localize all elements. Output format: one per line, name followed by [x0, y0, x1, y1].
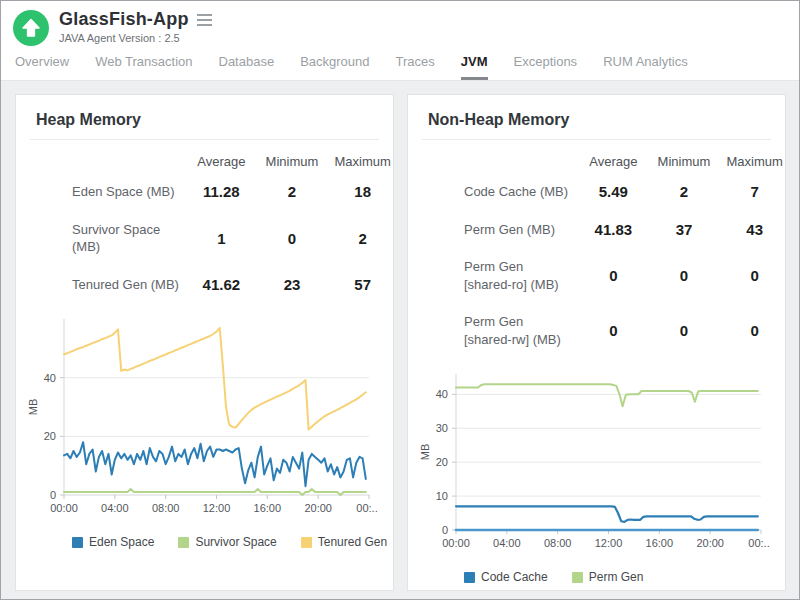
svg-text:08:00: 08:00	[152, 502, 180, 514]
legend-label: Code Cache	[481, 570, 548, 584]
max-value: 7	[719, 173, 785, 211]
row-label: Code Cache (MB)	[428, 173, 578, 211]
nonheap-memory-chart[interactable]: 010203040MB00:0004:0008:0012:0016:0020:0…	[418, 366, 785, 560]
legend-label: Tenured Gen	[318, 535, 387, 549]
max-value: 0	[719, 248, 785, 303]
heap-memory-panel: Heap Memory Average Minimum Maximum Eden…	[15, 94, 394, 591]
min-value: 37	[649, 211, 720, 249]
heap-stats-table: Average Minimum Maximum Eden Space (MB) …	[16, 146, 393, 303]
row-label: Perm Gen [shared-ro] (MB)	[428, 248, 578, 303]
legend-swatch	[464, 572, 475, 583]
table-row: Code Cache (MB) 5.49 2 7	[428, 173, 785, 211]
svg-text:08:00: 08:00	[544, 537, 572, 549]
row-label: Perm Gen (MB)	[428, 211, 578, 249]
col-minimum: Minimum	[257, 146, 328, 173]
row-label: Perm Gen [shared-rw] (MB)	[428, 303, 578, 358]
avg-value: 1	[186, 211, 257, 266]
heap-chart-legend: Eden SpaceSurvivor SpaceTenured Gen	[72, 535, 393, 549]
svg-text:12:00: 12:00	[203, 502, 231, 514]
row-label: Eden Space (MB)	[36, 173, 186, 211]
svg-text:40: 40	[436, 389, 448, 401]
legend-item-eden-space[interactable]: Eden Space	[72, 535, 154, 549]
tab-overview[interactable]: Overview	[15, 48, 69, 80]
tab-database[interactable]: Database	[219, 48, 275, 80]
max-value: 43	[719, 211, 785, 249]
svg-text:30: 30	[436, 423, 448, 435]
avg-value: 0	[578, 248, 649, 303]
svg-text:20: 20	[436, 456, 448, 468]
table-row: Perm Gen [shared-ro] (MB) 0 0 0	[428, 248, 785, 303]
col-average: Average	[578, 146, 649, 173]
svg-text:00:..: 00:..	[356, 502, 377, 514]
svg-text:MB: MB	[419, 444, 431, 461]
svg-text:00:00: 00:00	[50, 502, 78, 514]
table-row: Perm Gen (MB) 41.83 37 43	[428, 211, 785, 249]
svg-text:12:00: 12:00	[595, 537, 623, 549]
svg-text:20:00: 20:00	[304, 502, 332, 514]
tab-bar: OverviewWeb TransactionDatabaseBackgroun…	[1, 48, 799, 81]
avg-value: 11.28	[186, 173, 257, 211]
svg-text:0: 0	[442, 524, 448, 536]
col-average: Average	[186, 146, 257, 173]
min-value: 23	[257, 266, 328, 304]
legend-label: Perm Gen	[589, 570, 644, 584]
svg-text:00:00: 00:00	[442, 537, 470, 549]
legend-swatch	[301, 537, 312, 548]
max-value: 18	[327, 173, 393, 211]
table-row: Tenured Gen (MB) 41.62 23 57	[36, 266, 393, 304]
content-area: Heap Memory Average Minimum Maximum Eden…	[1, 81, 799, 600]
legend-item-survivor-space[interactable]: Survivor Space	[178, 535, 276, 549]
max-value: 0	[719, 303, 785, 358]
nonheap-chart-legend: Code CachePerm GenPerm Gen [shared-ro]Pe…	[464, 570, 785, 591]
avg-value: 5.49	[578, 173, 649, 211]
divider	[30, 139, 379, 140]
tab-background[interactable]: Background	[300, 48, 369, 80]
table-row: Perm Gen [shared-rw] (MB) 0 0 0	[428, 303, 785, 358]
legend-item-code-cache[interactable]: Code Cache	[464, 570, 548, 584]
heap-memory-chart[interactable]: 02040MB00:0004:0008:0012:0016:0020:0000:…	[26, 311, 393, 525]
app-logo	[13, 10, 49, 46]
svg-text:40: 40	[44, 372, 56, 384]
legend-item-tenured-gen[interactable]: Tenured Gen	[301, 535, 387, 549]
nonheap-stats-table: Average Minimum Maximum Code Cache (MB) …	[408, 146, 785, 358]
svg-text:16:00: 16:00	[646, 537, 674, 549]
svg-text:20: 20	[44, 431, 56, 443]
avg-value: 41.83	[578, 211, 649, 249]
heap-panel-title: Heap Memory	[16, 111, 393, 139]
tab-exceptions[interactable]: Exceptions	[514, 48, 578, 80]
legend-swatch	[572, 572, 583, 583]
col-minimum: Minimum	[649, 146, 720, 173]
row-label: Tenured Gen (MB)	[36, 266, 186, 304]
divider	[422, 139, 771, 140]
legend-swatch	[72, 537, 83, 548]
svg-text:04:00: 04:00	[493, 537, 521, 549]
avg-value: 0	[578, 303, 649, 358]
tab-rum-analytics[interactable]: RUM Analytics	[603, 48, 688, 80]
min-value: 2	[257, 173, 328, 211]
col-maximum: Maximum	[719, 146, 785, 173]
legend-swatch	[178, 537, 189, 548]
avg-value: 41.62	[186, 266, 257, 304]
legend-label: Survivor Space	[195, 535, 276, 549]
svg-text:00:..: 00:..	[748, 537, 769, 549]
agent-version: JAVA Agent Version : 2.5	[59, 32, 214, 44]
nonheap-panel-title: Non-Heap Memory	[408, 111, 785, 139]
nonheap-memory-panel: Non-Heap Memory Average Minimum Maximum …	[407, 94, 786, 591]
svg-text:16:00: 16:00	[254, 502, 282, 514]
min-value: 0	[649, 248, 720, 303]
svg-text:MB: MB	[27, 399, 39, 416]
svg-text:04:00: 04:00	[101, 502, 129, 514]
row-label: Survivor Space (MB)	[36, 211, 186, 266]
legend-item-perm-gen[interactable]: Perm Gen	[572, 570, 644, 584]
app-header: GlassFish-App JAVA Agent Version : 2.5	[1, 1, 799, 48]
svg-text:20:00: 20:00	[696, 537, 724, 549]
min-value: 0	[257, 211, 328, 266]
svg-text:10: 10	[436, 490, 448, 502]
tab-web-transaction[interactable]: Web Transaction	[95, 48, 192, 80]
max-value: 57	[327, 266, 393, 304]
legend-label: Eden Space	[89, 535, 154, 549]
tab-jvm[interactable]: JVM	[461, 48, 488, 80]
menu-icon[interactable]	[195, 12, 214, 28]
table-row: Eden Space (MB) 11.28 2 18	[36, 173, 393, 211]
tab-traces[interactable]: Traces	[396, 48, 435, 80]
